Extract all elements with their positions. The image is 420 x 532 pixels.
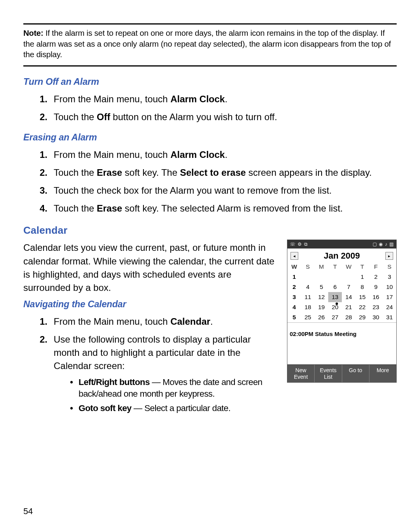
calendar-day-cell[interactable]: 29 (355, 312, 369, 322)
calendar-day-cell[interactable]: 4 (301, 282, 315, 292)
month-title-row: ◂ Jan 2009 ▸ (287, 248, 396, 262)
status-icons-left: ☏ ⚙ ⧉ (290, 242, 308, 247)
page-number: 54 (23, 506, 33, 516)
calendar-row: 1123 (287, 272, 396, 282)
calendar-header-cell: W (342, 262, 355, 272)
soft-key-bar: NewEventEventsListGo toMore (287, 364, 396, 382)
bullet-item: Left/Right buttons — Moves the date and … (70, 375, 278, 401)
heading-erasing-alarm: Erasing an Alarm (23, 132, 397, 143)
step-text: button on the Alarm you wish to turn off… (110, 112, 277, 122)
calendar-day-cell[interactable]: 8 (355, 282, 369, 292)
calendar-week-number: 5 (287, 312, 301, 322)
calendar-day-cell[interactable]: 6 (328, 282, 342, 292)
soft-key-goto[interactable]: Go to (342, 365, 369, 382)
step-item: 2. Use the following controls to display… (40, 331, 278, 418)
calendar-day-cell[interactable]: 22 (355, 302, 369, 312)
calendar-header-row: WSMTWTFS (287, 262, 396, 272)
soft-key-events-list[interactable]: EventsList (315, 365, 342, 382)
step-text: soft key. The (122, 167, 180, 178)
calendar-row: 311121314151617 (287, 292, 396, 302)
step-text: Touch the (54, 203, 97, 214)
steps-navigating-calendar: 1. From the Main menu, touch Calendar. 2… (40, 313, 278, 418)
calendar-week-number: 4 (287, 302, 301, 312)
calendar-header-cell: W (287, 262, 301, 272)
note-box: Note: If the alarm is set to repeat on o… (23, 23, 397, 66)
calendar-header-cell: F (369, 262, 383, 272)
calendar-row: 418192021222324 (287, 302, 396, 312)
calendar-day-cell (301, 272, 315, 282)
prev-month-button[interactable]: ◂ (290, 252, 298, 260)
calendar-day-cell[interactable]: 24 (383, 302, 396, 312)
calendar-week-number: 1 (287, 272, 301, 282)
step-bold: Alarm Clock (170, 94, 225, 104)
calendar-day-cell[interactable]: 1 (355, 272, 369, 282)
calendar-day-cell[interactable]: 23 (369, 302, 383, 312)
calendar-day-cell[interactable]: 20 (328, 302, 342, 312)
calendar-day-cell[interactable]: 17 (383, 292, 396, 302)
step-text: soft key. The selected Alarm is removed … (122, 203, 343, 214)
calendar-day-cell[interactable]: 16 (369, 292, 383, 302)
calendar-day-cell[interactable]: 14 (342, 292, 355, 302)
calendar-header-cell: M (315, 262, 328, 272)
calendar-day-cell[interactable]: 7 (342, 282, 355, 292)
calendar-day-cell[interactable]: 18 (301, 302, 315, 312)
calendar-day-cell[interactable]: 9 (369, 282, 383, 292)
calendar-day-cell[interactable]: 30 (369, 312, 383, 322)
calendar-day-cell[interactable]: 5 (315, 282, 328, 292)
calendar-grid: WSMTWTFS 1123245678910311121314151617418… (287, 262, 396, 322)
calendar-day-cell[interactable]: 31 (383, 312, 396, 322)
calendar-day-cell[interactable]: 21 (342, 302, 355, 312)
calendar-day-cell[interactable]: 2 (369, 272, 383, 282)
bullet-text: — Select a particular date. (131, 403, 231, 413)
step-item: 1. From the Main menu, touch Calendar. (40, 313, 278, 331)
note-text: If the alarm is set to repeat on one or … (23, 28, 391, 59)
calendar-day-cell[interactable]: 11 (301, 292, 315, 302)
calendar-week-number: 2 (287, 282, 301, 292)
calendar-day-cell[interactable]: 25 (301, 312, 315, 322)
calendar-day-cell[interactable]: 3 (383, 272, 396, 282)
calendar-day-cell[interactable]: 26 (315, 312, 328, 322)
calendar-day-cell[interactable]: 10 (383, 282, 396, 292)
calendar-text-column: Calendar lets you view the current, past… (23, 240, 278, 424)
soft-key-new-event[interactable]: NewEvent (287, 365, 315, 382)
step-item: 3. Touch the check box for the Alarm you… (40, 182, 397, 200)
step-text: . (210, 316, 213, 327)
step-text: From the Main menu, touch (54, 149, 170, 160)
step-text: From the Main menu, touch (54, 94, 170, 104)
heading-turn-off-alarm: Turn Off an Alarm (23, 77, 397, 87)
next-month-button[interactable]: ▸ (385, 252, 393, 260)
calendar-day-cell[interactable]: 28 (342, 312, 355, 322)
calendar-day-cell (342, 272, 355, 282)
calendar-day-cell[interactable]: 27 (328, 312, 342, 322)
step-text: From the Main menu, touch (54, 316, 170, 327)
calendar-row: Calendar lets you view the current, past… (23, 240, 397, 424)
step-item: 2. Touch the Off button on the Alarm you… (40, 108, 397, 126)
step-text: Touch the (54, 167, 97, 178)
calendar-day-cell[interactable]: 13 (328, 292, 342, 302)
step-item: 1. From the Main menu, touch Alarm Clock… (40, 90, 397, 108)
calendar-header-cell: S (383, 262, 396, 272)
nav-bullets: Left/Right buttons — Moves the date and … (70, 375, 278, 416)
calendar-row: 525262728293031 (287, 312, 396, 322)
step-bold: Select to erase (180, 167, 246, 178)
step-bold: Erase (97, 203, 122, 214)
calendar-day-cell (328, 272, 342, 282)
calendar-row: 245678910 (287, 282, 396, 292)
calendar-day-cell[interactable]: 19 (315, 302, 328, 312)
step-item: 2. Touch the Erase soft key. The Select … (40, 164, 397, 182)
soft-key-more[interactable]: More (369, 365, 396, 382)
note-label: Note: (23, 28, 43, 37)
step-text: . (225, 149, 228, 160)
bullet-bold: Left/Right buttons (79, 377, 150, 387)
calendar-header-cell: T (355, 262, 369, 272)
bullet-bold: Goto soft key (79, 403, 131, 413)
month-title: Jan 2009 (324, 251, 360, 261)
heading-calendar: Calendar (23, 224, 397, 236)
step-text: screen appears in the display. (246, 167, 372, 178)
status-icons-right: ▢ ◉ ♪ ▥ (373, 242, 394, 247)
calendar-paragraph: Calendar lets you view the current, past… (23, 241, 278, 294)
bullet-item: Goto soft key — Select a particular date… (70, 401, 278, 416)
step-text: . (225, 94, 228, 104)
calendar-day-cell[interactable]: 12 (315, 292, 328, 302)
calendar-day-cell[interactable]: 15 (355, 292, 369, 302)
